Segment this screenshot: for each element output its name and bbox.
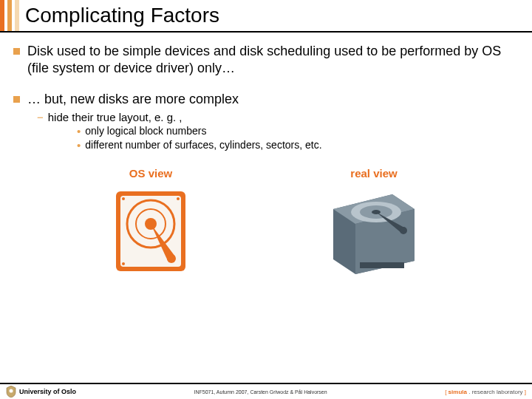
sub-bullet-item: − hide their true layout, e. g. , bbox=[37, 111, 519, 123]
svg-point-7 bbox=[177, 197, 180, 200]
footer-lab: [ simula . research laboratory ] bbox=[445, 389, 526, 395]
hard-drive-os-icon bbox=[110, 187, 191, 276]
sub-sub-bullet-list: • only logical block numbers • different… bbox=[77, 125, 519, 152]
slide-footer: University of Oslo INF5071, Autumn 2007,… bbox=[0, 383, 532, 399]
sub-sub-bullet-text: different number of surfaces, cylinders,… bbox=[85, 139, 321, 152]
title-accent-bars bbox=[0, 0, 22, 31]
footer-left: University of Oslo bbox=[6, 386, 76, 398]
university-crest-icon bbox=[6, 386, 16, 398]
bullet-text: Disk used to be simple devices and disk … bbox=[27, 43, 519, 78]
sub-sub-bullet-text: only logical block numbers bbox=[85, 125, 206, 138]
slide-title: Complicating Factors bbox=[22, 0, 219, 31]
sub-bullet-text: hide their true layout, e. g. , bbox=[48, 111, 183, 123]
footer-course-info: INF5071, Autumn 2007, Carsten Griwodz & … bbox=[194, 389, 327, 395]
views-row: OS view real view bbox=[13, 167, 519, 276]
svg-point-12 bbox=[400, 227, 407, 234]
real-view-column: real view bbox=[326, 167, 422, 276]
footer-university: University of Oslo bbox=[19, 388, 76, 395]
os-view-label: OS view bbox=[110, 167, 191, 180]
real-view-label: real view bbox=[326, 167, 422, 180]
hard-drive-real-icon bbox=[326, 187, 422, 276]
dot-icon: • bbox=[77, 139, 81, 152]
title-bar: Complicating Factors bbox=[0, 0, 532, 33]
bullet-square-icon bbox=[13, 96, 20, 103]
bullet-text: … but, new disks are more complex bbox=[27, 91, 239, 108]
sub-sub-bullet-item: • only logical block numbers bbox=[77, 125, 519, 138]
bullet-item: Disk used to be simple devices and disk … bbox=[13, 43, 519, 78]
sub-sub-bullet-item: • different number of surfaces, cylinder… bbox=[77, 139, 519, 152]
svg-point-6 bbox=[122, 197, 125, 200]
os-view-column: OS view bbox=[110, 167, 191, 276]
sub-bullet-list: − hide their true layout, e. g. , • only… bbox=[37, 111, 519, 152]
slide-content: Disk used to be simple devices and disk … bbox=[0, 33, 532, 276]
dash-icon: − bbox=[37, 111, 44, 123]
bullet-square-icon bbox=[13, 48, 20, 55]
svg-rect-13 bbox=[360, 262, 404, 268]
dot-icon: • bbox=[77, 125, 81, 138]
bullet-item: … but, new disks are more complex bbox=[13, 91, 519, 108]
svg-point-14 bbox=[10, 389, 13, 393]
svg-point-5 bbox=[167, 254, 176, 263]
svg-point-8 bbox=[122, 262, 125, 265]
